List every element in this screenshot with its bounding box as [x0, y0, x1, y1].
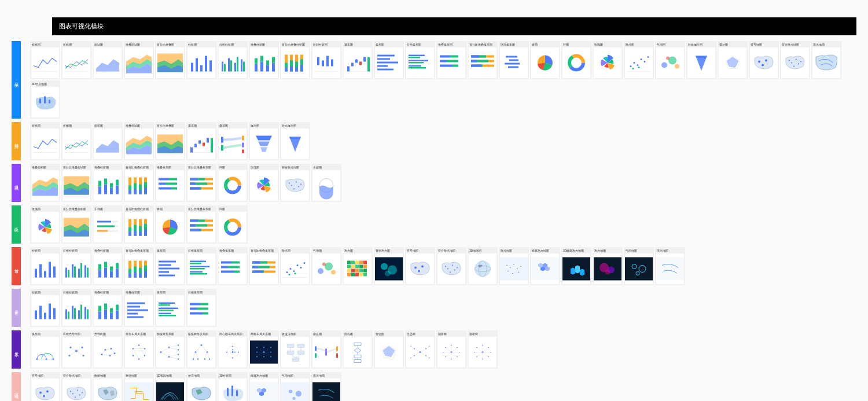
chart-card[interactable]: 桑基图 — [218, 122, 248, 160]
chart-card[interactable]: 折线图 — [30, 122, 60, 160]
chart-card[interactable]: 蜂窝热力地图 — [249, 372, 279, 401]
chart-card[interactable]: 堆叠柱状图 — [93, 247, 123, 285]
chart-card[interactable]: 流光地图 — [655, 247, 685, 285]
chart-card[interactable]: 堆叠面试图 — [124, 122, 154, 160]
chart-card[interactable]: 堆叠柱状图 — [249, 41, 279, 79]
chart-card[interactable]: 雷达图 — [374, 330, 404, 369]
category-tab[interactable]: 关系 — [12, 330, 21, 369]
chart-card[interactable]: 网格布局关系图 — [249, 330, 279, 369]
chart-card[interactable]: 气泡图 — [311, 247, 341, 285]
chart-card[interactable]: 条形图 — [374, 41, 404, 79]
chart-card[interactable]: 3D地球图 — [468, 247, 498, 285]
chart-card[interactable]: 水波图 — [311, 164, 341, 202]
chart-card[interactable]: 3D填充地图 — [30, 80, 60, 119]
chart-card[interactable]: 流光地图 — [311, 372, 341, 401]
chart-card[interactable]: 百分比堆叠柱状图 — [124, 164, 154, 202]
chart-card[interactable]: 堆叠条形图 — [218, 247, 248, 285]
chart-card[interactable]: 纵版树形关系图 — [186, 330, 216, 369]
chart-card[interactable]: 漏斗图 — [249, 122, 279, 160]
chart-card[interactable]: 堆叠面积图 — [30, 164, 60, 202]
category-tab[interactable]: 趋势 — [12, 122, 21, 160]
category-tab[interactable]: 区域 — [12, 372, 21, 401]
chart-card[interactable]: 3D弧段地图 — [155, 372, 185, 401]
category-tab[interactable]: 总览 — [12, 41, 21, 119]
chart-card[interactable]: 符号地图 — [30, 372, 60, 401]
chart-card[interactable]: 玫瑰图 — [593, 41, 623, 79]
chart-card[interactable]: 百分比堆叠图 — [155, 41, 185, 79]
chart-card[interactable]: 路径地图 — [124, 372, 154, 401]
chart-card[interactable]: 3D柱状图 — [218, 372, 248, 401]
chart-card[interactable]: 3D蜂窝热力地图 — [561, 247, 591, 285]
category-tab[interactable]: 分布 — [12, 247, 21, 285]
chart-card[interactable]: 气泡地图 — [280, 372, 310, 401]
chart-card[interactable]: 百分比堆叠条形图 — [186, 205, 216, 244]
chart-card[interactable]: 分组条形图 — [186, 247, 216, 285]
chart-card[interactable]: 环图 — [218, 205, 248, 244]
chart-card[interactable]: 瀑布图 — [186, 122, 216, 160]
chart-card[interactable]: 数据地图 — [93, 372, 123, 401]
chart-card[interactable]: 符号地图 — [405, 247, 435, 285]
chart-card[interactable]: 柱状图 — [30, 247, 60, 285]
chart-card[interactable]: 柱状图 — [186, 41, 216, 79]
chart-card[interactable]: 百分比堆叠条形图 — [124, 247, 154, 285]
chart-card[interactable]: 堆叠柱状图 — [93, 164, 123, 202]
chart-card[interactable]: 流程图 — [343, 330, 373, 369]
chart-card[interactable]: 分组柱状图 — [61, 247, 91, 285]
chart-card[interactable]: 流光地图 — [811, 41, 841, 79]
category-tab[interactable]: 组成 — [12, 164, 21, 202]
chart-card[interactable]: 百分比堆叠条形图 — [249, 247, 279, 285]
chart-card[interactable]: 百分比堆叠图 — [155, 122, 185, 160]
chart-card[interactable]: 堆叠条形图 — [155, 164, 185, 202]
chart-card[interactable]: 堆叠柱状图 — [93, 289, 123, 327]
chart-card[interactable]: 柱状图 — [30, 289, 60, 327]
chart-card[interactable]: 横版树形系图 — [155, 330, 185, 369]
category-tab[interactable]: 占比 — [12, 205, 21, 244]
chart-card[interactable]: 玫瑰图 — [30, 205, 60, 244]
chart-card[interactable]: 饼图 — [155, 205, 185, 244]
chart-card[interactable]: 视觉热力图 — [374, 247, 404, 285]
chart-card[interactable]: 热力地图 — [593, 247, 623, 285]
chart-card[interactable]: 折柳图 — [61, 122, 91, 160]
chart-card[interactable]: 分组条形图 — [186, 289, 216, 327]
chart-card[interactable]: 气泡图 — [655, 41, 685, 79]
chart-card[interactable]: 桑基图 — [311, 330, 341, 369]
chart-card[interactable]: 热力图 — [343, 247, 373, 285]
chart-card[interactable]: 分组柱状图 — [61, 289, 91, 327]
chart-card[interactable]: 分组条形图 — [405, 41, 435, 79]
chart-card[interactable]: 对比漏斗图 — [686, 41, 716, 79]
chart-card[interactable]: 百分比堆叠面积图 — [61, 205, 91, 244]
chart-card[interactable]: 符合散点地图 — [780, 41, 810, 79]
chart-card[interactable]: 百分比堆叠柱状图 — [280, 41, 310, 79]
chart-card[interactable]: 瀑布图 — [343, 41, 373, 79]
chart-card[interactable]: 百分比堆叠条形图 — [186, 164, 216, 202]
chart-card[interactable]: 折线图 — [30, 41, 60, 79]
chart-card[interactable]: 符合散点地图 — [280, 164, 310, 202]
chart-card[interactable]: 雷达图 — [718, 41, 748, 79]
chart-card[interactable]: 符号地图 — [749, 41, 779, 79]
chart-card[interactable]: 折线图 — [61, 41, 91, 79]
chart-card[interactable]: 蜂窝热力地图 — [530, 247, 560, 285]
chart-card[interactable]: 面积图 — [93, 122, 123, 160]
chart-card[interactable]: 条形图 — [155, 289, 185, 327]
chart-card[interactable]: 辐射树 — [468, 330, 498, 369]
chart-card[interactable]: 堆叠面试图 — [124, 41, 154, 79]
chart-card[interactable]: 有向力导向图 — [61, 330, 91, 369]
chart-card[interactable]: 对比漏斗图 — [280, 122, 310, 160]
chart-card[interactable]: 气泡地图 — [624, 247, 654, 285]
chart-card[interactable]: 面试图 — [93, 41, 123, 79]
chart-card[interactable]: 条形图 — [155, 247, 185, 285]
chart-card[interactable]: 环图 — [218, 164, 248, 202]
chart-card[interactable]: 百分比堆叠面试图 — [61, 164, 91, 202]
chart-card[interactable]: 弧形图 — [30, 330, 60, 369]
category-tab[interactable]: 排名 — [12, 289, 21, 327]
chart-card[interactable]: 子弹图 — [93, 205, 123, 244]
chart-card[interactable]: 生态树 — [405, 330, 435, 369]
chart-card[interactable]: 散点图 — [280, 247, 310, 285]
chart-card[interactable]: 堆叠柱状图 — [124, 289, 154, 327]
chart-card[interactable]: 环图 — [561, 41, 591, 79]
chart-card[interactable]: 散点地图 — [499, 247, 529, 285]
chart-card[interactable]: 玫瑰图 — [249, 164, 279, 202]
chart-card[interactable]: 力导向图 — [93, 330, 123, 369]
chart-card[interactable]: 填充地图 — [186, 372, 216, 401]
chart-card[interactable]: 区间条形图 — [499, 41, 529, 79]
